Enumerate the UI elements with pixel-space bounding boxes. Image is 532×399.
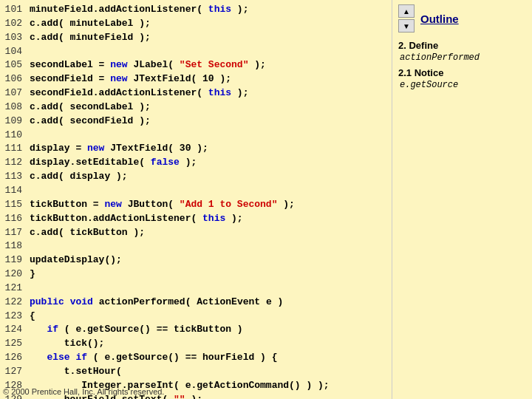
line-number: 106 xyxy=(3,72,30,86)
line-code: c.add( secondField ); xyxy=(30,115,151,129)
line-code: secondField = new JTextField( 10 ); xyxy=(30,72,231,86)
line-number: 116 xyxy=(3,212,30,226)
table-row: 109c.add( secondField ); xyxy=(0,115,392,129)
line-number: 103 xyxy=(3,31,30,45)
outline-item[interactable]: 2.1 Noticee.getSource xyxy=(398,67,526,90)
outline-title: Outline xyxy=(420,13,459,25)
copyright-text: © 2000 Prentice Hall, Inc. All rights re… xyxy=(3,387,164,396)
table-row: 121 xyxy=(0,282,392,296)
table-row: 108c.add( secondLabel ); xyxy=(0,100,392,115)
line-number: 122 xyxy=(3,296,30,310)
table-row: 114 xyxy=(0,184,392,198)
table-row: 113c.add( display ); xyxy=(0,170,392,184)
outline-sub-label: actionPerformed xyxy=(400,52,526,63)
line-code: updateDisplay(); xyxy=(30,253,122,267)
table-row: 123{ xyxy=(0,310,392,324)
line-number: 104 xyxy=(3,45,30,59)
code-token: this xyxy=(208,87,231,98)
line-number: 105 xyxy=(3,58,30,72)
line-number: 111 xyxy=(3,142,30,156)
code-token: if xyxy=(70,352,87,363)
outline-header: ▲ ▼ Outline xyxy=(398,4,526,33)
table-row: 125 tick(); xyxy=(0,337,392,351)
table-row: 111display = new JTextField( 30 ); xyxy=(0,142,392,156)
table-row: 119updateDisplay(); xyxy=(0,253,392,267)
line-number: 113 xyxy=(3,170,30,184)
line-code: tickButton.addActionListener( this ); xyxy=(30,212,243,226)
line-number: 117 xyxy=(3,226,30,240)
code-token: this xyxy=(208,4,231,15)
outline-items: 2. DefineactionPerformed2.1 Noticee.getS… xyxy=(398,40,526,95)
line-code: c.add( display ); xyxy=(30,170,128,184)
footer: © 2000 Prentice Hall, Inc. All rights re… xyxy=(3,387,164,396)
table-row: 116tickButton.addActionListener( this ); xyxy=(0,212,392,226)
code-token: new xyxy=(110,59,127,70)
nav-arrows: ▲ ▼ xyxy=(398,4,415,33)
line-number: 115 xyxy=(3,198,30,212)
line-number: 114 xyxy=(3,184,30,198)
code-token: void xyxy=(70,296,93,307)
code-panel: 101minuteField.addActionListener( this )… xyxy=(0,0,392,399)
line-number: 124 xyxy=(3,323,30,337)
line-code: else if ( e.getSource() == hourField ) { xyxy=(30,351,277,365)
code-token: if xyxy=(30,324,58,335)
table-row: 122public void actionPerformed( ActionEv… xyxy=(0,296,392,310)
outline-sub-label: e.getSource xyxy=(400,80,526,90)
line-number: 123 xyxy=(3,310,30,324)
line-code: c.add( tickButton ); xyxy=(30,226,145,240)
line-number: 119 xyxy=(3,253,30,267)
line-code: secondField.addActionListener( this ); xyxy=(30,86,248,100)
line-code: t.setHour( xyxy=(30,365,122,379)
line-code: } xyxy=(30,267,35,282)
line-number: 108 xyxy=(3,100,30,115)
outline-section-label: 2. Define xyxy=(398,40,526,51)
code-token: "Add 1 to Second" xyxy=(180,199,278,210)
sidebar: ▲ ▼ Outline 2. DefineactionPerformed2.1 … xyxy=(392,0,532,399)
table-row: 110 xyxy=(0,129,392,143)
line-code: c.add( secondLabel ); xyxy=(30,100,151,115)
line-number: 125 xyxy=(3,337,30,351)
code-token: new xyxy=(87,143,104,154)
line-code: minuteField.addActionListener( this ); xyxy=(30,3,248,17)
line-code: c.add( minuteLabel ); xyxy=(30,17,151,31)
table-row: 127 t.setHour( xyxy=(0,365,392,379)
table-row: 124 if ( e.getSource() == tickButton ) xyxy=(0,323,392,337)
code-token: "" xyxy=(174,394,185,399)
line-code: secondLabel = new JLabel( "Set Second" )… xyxy=(30,58,266,72)
line-number: 107 xyxy=(3,86,30,100)
line-number: 109 xyxy=(3,115,30,129)
main-container: 101minuteField.addActionListener( this )… xyxy=(0,0,532,399)
line-number: 127 xyxy=(3,365,30,379)
line-number: 120 xyxy=(3,267,30,282)
table-row: 118 xyxy=(0,239,392,253)
table-row: 107secondField.addActionListener( this )… xyxy=(0,86,392,100)
table-row: 104 xyxy=(0,45,392,59)
table-row: 126 else if ( e.getSource() == hourField… xyxy=(0,351,392,365)
code-token: false xyxy=(151,157,180,168)
scroll-up-button[interactable]: ▲ xyxy=(398,4,415,18)
line-code: display = new JTextField( 30 ); xyxy=(30,142,208,156)
line-number: 101 xyxy=(3,3,30,17)
line-code: tick(); xyxy=(30,337,104,351)
line-code: c.add( minuteField ); xyxy=(30,31,151,45)
scroll-down-button[interactable]: ▼ xyxy=(398,19,415,33)
table-row: 105secondLabel = new JLabel( "Set Second… xyxy=(0,58,392,72)
line-number: 121 xyxy=(3,282,30,296)
line-number: 118 xyxy=(3,239,30,253)
code-token: public xyxy=(30,296,64,307)
outline-item[interactable]: 2. DefineactionPerformed xyxy=(398,40,526,63)
table-row: 115tickButton = new JButton( "Add 1 to S… xyxy=(0,198,392,212)
line-number: 102 xyxy=(3,17,30,31)
table-row: 103c.add( minuteField ); xyxy=(0,31,392,45)
line-code: tickButton = new JButton( "Add 1 to Seco… xyxy=(30,198,295,212)
code-token: new xyxy=(104,199,121,210)
line-code: public void actionPerformed( ActionEvent… xyxy=(30,296,283,310)
line-number: 110 xyxy=(3,129,30,143)
table-row: 120} xyxy=(0,267,392,282)
code-token: "Set Second" xyxy=(180,59,249,70)
table-row: 102c.add( minuteLabel ); xyxy=(0,17,392,31)
line-code: display.setEditable( false ); xyxy=(30,156,197,170)
code-token: else xyxy=(47,352,69,363)
line-code: { xyxy=(30,310,35,324)
outline-section-label: 2.1 Notice xyxy=(398,67,526,78)
